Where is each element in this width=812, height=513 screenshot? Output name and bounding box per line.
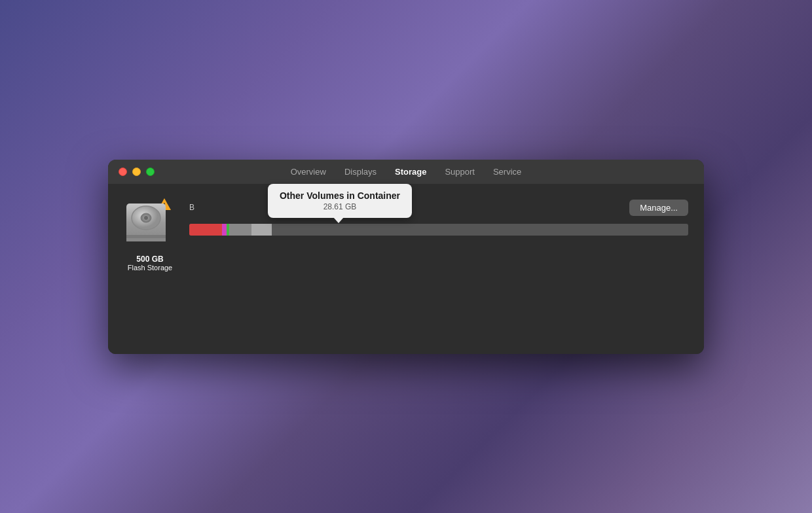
close-button[interactable]: [119, 168, 127, 176]
tab-overview[interactable]: Overview: [283, 164, 334, 179]
storage-content: !: [108, 184, 704, 354]
drive-icon: !: [124, 197, 176, 249]
bar-segment-docs: [222, 224, 227, 236]
tooltip-title: Other Volumes in Container: [278, 190, 401, 201]
storage-details: Other Volumes in Container 28.61 GB B Ma…: [189, 197, 688, 236]
tab-displays[interactable]: Displays: [337, 164, 384, 179]
free-label: B: [189, 203, 194, 212]
storage-row: !: [124, 197, 688, 272]
manage-button[interactable]: Manage...: [629, 200, 688, 216]
drive-size: 500 GB: [128, 255, 172, 264]
main-window: Overview Displays Storage Support Servic…: [108, 160, 704, 354]
drive-label: 500 GB Flash Storage: [128, 255, 172, 272]
minimize-button[interactable]: [132, 168, 141, 176]
tab-storage[interactable]: Storage: [387, 164, 434, 179]
bar-segment-apps: [189, 224, 222, 236]
storage-bar: [189, 224, 688, 236]
svg-rect-7: [126, 238, 166, 241]
bar-segment-volumes: [251, 224, 271, 236]
tab-bar: Overview Displays Storage Support Servic…: [283, 164, 530, 179]
titlebar: Overview Displays Storage Support Servic…: [108, 160, 704, 184]
bar-segment-system: [229, 224, 251, 236]
traffic-lights: [119, 168, 155, 176]
tab-support[interactable]: Support: [437, 164, 483, 179]
tooltip: Other Volumes in Container 28.61 GB: [268, 184, 412, 218]
tab-service[interactable]: Service: [485, 164, 529, 179]
tooltip-value: 28.61 GB: [278, 202, 401, 211]
svg-point-5: [144, 216, 148, 220]
maximize-button[interactable]: [146, 168, 155, 176]
storage-top: B Manage...: [189, 200, 688, 216]
drive-info: !: [124, 197, 176, 272]
hard-drive-svg: !: [124, 197, 174, 249]
drive-type: Flash Storage: [128, 264, 172, 272]
